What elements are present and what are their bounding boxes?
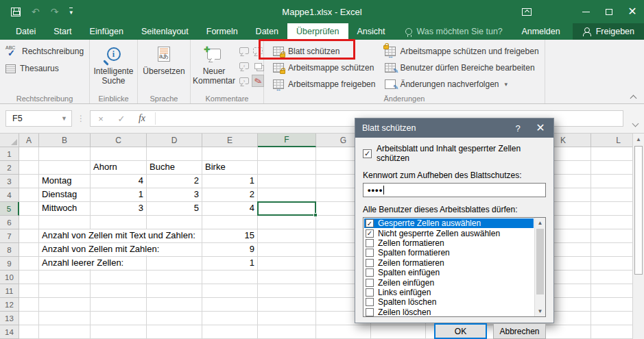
cell-f6[interactable] bbox=[258, 216, 316, 229]
cell-e6[interactable] bbox=[202, 216, 258, 229]
scroll-up-icon[interactable]: ▲ bbox=[633, 134, 644, 145]
cell-c1[interactable] bbox=[91, 147, 147, 161]
listbox-scrollbar[interactable]: ▲▼ bbox=[534, 218, 545, 316]
spelling-button[interactable]: Rechtschreibung bbox=[2, 45, 87, 58]
column-header-b[interactable]: B bbox=[39, 134, 91, 147]
permission-item-zellen-formatieren[interactable]: Zellen formatieren bbox=[364, 238, 534, 248]
row-header-9[interactable]: 9 bbox=[0, 257, 19, 271]
cell-l4[interactable] bbox=[591, 188, 632, 202]
row-header-13[interactable]: 13 bbox=[0, 312, 19, 325]
cell-c5[interactable]: 3 bbox=[91, 202, 147, 216]
show-ink-icon[interactable]: ✎ bbox=[252, 75, 264, 87]
allow-edit-ranges-button[interactable]: ✎ Benutzer dürfen Bereiche bearbeiten bbox=[385, 62, 538, 73]
cell-e14[interactable] bbox=[202, 325, 258, 339]
cell-f14[interactable] bbox=[258, 325, 316, 339]
cell-b7[interactable]: Anzahl von Zellen mit Text und Zahlen: bbox=[39, 229, 91, 243]
cell-a8[interactable] bbox=[19, 243, 39, 257]
qat-customize-icon[interactable]: ▾ bbox=[69, 8, 73, 16]
cell-b14[interactable] bbox=[39, 325, 91, 339]
cell-f2[interactable] bbox=[258, 161, 316, 175]
column-header-c[interactable]: C bbox=[91, 134, 147, 147]
cell-b6[interactable] bbox=[39, 216, 91, 229]
cell-f12[interactable] bbox=[258, 298, 316, 312]
cell-d4[interactable]: 3 bbox=[147, 188, 202, 202]
cell-d12[interactable] bbox=[147, 298, 202, 312]
redo-icon[interactable]: ↷ bbox=[51, 7, 59, 16]
scroll-down-icon[interactable]: ▼ bbox=[535, 306, 545, 316]
cell-e2[interactable]: Birke bbox=[202, 161, 258, 175]
tab-datei[interactable]: Datei bbox=[7, 23, 45, 40]
cell-l13[interactable] bbox=[591, 312, 632, 325]
cell-b5[interactable]: Mittwoch bbox=[39, 202, 91, 216]
protect-workbook-button[interactable]: Arbeitsmappe schützen bbox=[273, 62, 375, 73]
cell-b13[interactable] bbox=[39, 312, 91, 325]
cell-a1[interactable] bbox=[19, 147, 39, 161]
cell-l5[interactable] bbox=[591, 202, 632, 216]
row-header-3[interactable]: 3 bbox=[0, 175, 19, 188]
cancel-formula-icon[interactable]: × bbox=[91, 114, 111, 124]
checkbox-unchecked-icon[interactable] bbox=[366, 239, 374, 247]
cell-f4[interactable] bbox=[258, 188, 316, 202]
cell-d13[interactable] bbox=[147, 312, 202, 325]
checkbox-unchecked-icon[interactable] bbox=[366, 288, 374, 297]
cell-b1[interactable] bbox=[39, 147, 91, 161]
checkbox-unchecked-icon[interactable] bbox=[366, 298, 374, 306]
cell-f10[interactable] bbox=[258, 271, 316, 284]
permission-item-zeilen-formatieren[interactable]: Zeilen formatieren bbox=[364, 258, 534, 268]
cell-l8[interactable] bbox=[591, 243, 632, 257]
tab-daten[interactable]: Daten bbox=[247, 23, 287, 40]
share-button[interactable]: Freigeben bbox=[573, 23, 644, 40]
name-box[interactable]: F5 ▼ bbox=[5, 110, 72, 127]
column-header-f[interactable]: F bbox=[258, 134, 316, 147]
smart-lookup-button[interactable]: i Intelligente Suche bbox=[92, 42, 135, 86]
select-all-corner[interactable] bbox=[0, 134, 19, 147]
vertical-scrollbar[interactable]: ▲ bbox=[632, 134, 644, 339]
dialog-title-bar[interactable]: Blatt schützen ? ✕ bbox=[355, 118, 553, 138]
expand-formula-bar-icon[interactable] bbox=[633, 116, 638, 129]
checkbox-unchecked-icon[interactable] bbox=[366, 249, 374, 257]
cell-b11[interactable] bbox=[39, 284, 91, 298]
cell-b12[interactable] bbox=[39, 298, 91, 312]
cell-a13[interactable] bbox=[19, 312, 39, 325]
permission-item-links-einfügen[interactable]: Links einfügen bbox=[364, 288, 534, 297]
row-header-2[interactable]: 2 bbox=[0, 161, 19, 175]
cancel-button[interactable]: Abbrechen bbox=[493, 323, 546, 339]
cell-e5[interactable]: 4 bbox=[202, 202, 258, 216]
scrollbar-thumb[interactable] bbox=[634, 146, 643, 275]
translate-button[interactable]: Übersetzen bbox=[140, 42, 188, 76]
row-header-12[interactable]: 12 bbox=[0, 298, 19, 312]
cell-l7[interactable] bbox=[591, 229, 632, 243]
close-icon[interactable]: ✕ bbox=[621, 0, 644, 23]
cell-f11[interactable] bbox=[258, 284, 316, 298]
cell-c4[interactable]: 1 bbox=[91, 188, 147, 202]
share-workbook-button[interactable]: ↔ Arbeitsmappe freigeben bbox=[273, 78, 375, 90]
permission-item-spalten-einfügen[interactable]: Spalten einfügen bbox=[364, 268, 534, 277]
cell-c14[interactable] bbox=[91, 325, 147, 339]
checkbox-checked-icon[interactable]: ✓ bbox=[366, 219, 374, 227]
tab-einfügen[interactable]: Einfügen bbox=[81, 23, 132, 40]
collapse-ribbon-icon[interactable] bbox=[631, 93, 637, 99]
dialog-close-icon[interactable]: ✕ bbox=[529, 123, 553, 134]
checkbox-unchecked-icon[interactable] bbox=[366, 259, 374, 267]
permission-item-spalten-formatieren[interactable]: Spalten formatieren bbox=[364, 248, 534, 258]
cell-b3[interactable]: Montag bbox=[39, 175, 91, 188]
protect-and-share-button[interactable]: ↔ Arbeitsmappe schützen und freigeben bbox=[385, 45, 538, 57]
tab-ansicht[interactable]: Ansicht bbox=[348, 23, 394, 40]
cell-e9[interactable]: 1 bbox=[202, 257, 258, 271]
cell-d1[interactable] bbox=[147, 147, 202, 161]
protect-contents-checkbox[interactable]: ✓ Arbeitsblatt und Inhalt gesperrter Zel… bbox=[363, 144, 546, 163]
row-header-5[interactable]: 5 bbox=[0, 202, 19, 216]
cell-b4[interactable]: Dienstag bbox=[39, 188, 91, 202]
column-header-a[interactable]: A bbox=[19, 134, 39, 147]
tell-me-box[interactable]: Was möchten Sie tun? bbox=[405, 23, 503, 40]
cell-l12[interactable] bbox=[591, 298, 632, 312]
cell-a3[interactable] bbox=[19, 175, 39, 188]
cell-f8[interactable] bbox=[258, 243, 316, 257]
undo-icon[interactable]: ↶ bbox=[32, 7, 40, 16]
cell-c13[interactable] bbox=[91, 312, 147, 325]
checkbox-unchecked-icon[interactable] bbox=[366, 279, 374, 287]
row-header-14[interactable]: 14 bbox=[0, 325, 19, 339]
cell-l9[interactable] bbox=[591, 257, 632, 271]
checkbox-unchecked-icon[interactable] bbox=[366, 268, 374, 277]
cell-a11[interactable] bbox=[19, 284, 39, 298]
